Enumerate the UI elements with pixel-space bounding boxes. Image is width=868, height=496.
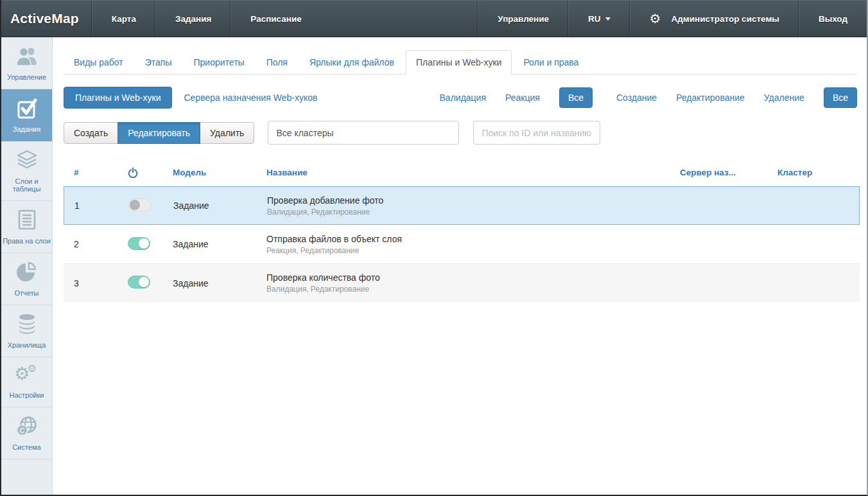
- settings-tabs: Виды работ Этапы Приоритеты Поля Ярлыки …: [64, 50, 857, 75]
- users-icon: [15, 44, 39, 67]
- row-toggle-cell: [116, 199, 168, 213]
- svg-text:C: C: [19, 427, 24, 434]
- toggle-knob: [139, 238, 149, 249]
- sidebar-item-reports[interactable]: Отчеты: [1, 253, 52, 305]
- header-model: Модель: [168, 168, 261, 177]
- row-number: 2: [64, 239, 115, 249]
- row-number: 3: [64, 278, 115, 288]
- plugin-name: Отправка файлов в объект слоя: [266, 234, 670, 244]
- gear-icon[interactable]: ⚙: [650, 12, 661, 25]
- enabled-toggle[interactable]: [128, 276, 150, 288]
- tab-plugins-webhooks[interactable]: Плагины и Web-хуки: [406, 50, 512, 75]
- plugins-webhooks-button[interactable]: Плагины и Web-хуки: [64, 87, 172, 109]
- webhook-servers-link[interactable]: Сервера назначения Web-хуков: [184, 93, 317, 103]
- header-cluster: Кластер: [772, 168, 860, 177]
- settings-gears-icon: ⚙⚙: [14, 364, 39, 387]
- table-header-row: # Модель Название Сервер наз... Кластер: [64, 158, 860, 186]
- filters: Валидация Реакция Все Создание Редактиро…: [421, 87, 857, 108]
- sidebar-item-tasks[interactable]: Задания: [1, 89, 52, 141]
- tab-file-labels[interactable]: Ярлыки для файлов: [299, 50, 404, 75]
- filter-all-type-button[interactable]: Все: [559, 87, 593, 108]
- logout-button[interactable]: Выход: [799, 1, 867, 37]
- filter-validation[interactable]: Валидация: [440, 93, 487, 103]
- topbar-spacer: [321, 1, 478, 37]
- sidebar-item-label: Отчеты: [3, 289, 51, 297]
- row-name-cell: Проверка добавление фото Валидация, Реда…: [262, 195, 674, 217]
- main-content: Виды работ Этапы Приоритеты Поля Ярлыки …: [53, 37, 867, 495]
- create-button[interactable]: Создать: [64, 122, 118, 144]
- sidebar-item-layers[interactable]: Слои и таблицы: [1, 141, 52, 201]
- filter-edit[interactable]: Редактирование: [676, 93, 745, 103]
- header-server: Сервер наз...: [675, 168, 772, 177]
- sidebar-item-settings[interactable]: ⚙⚙ Настройки: [1, 357, 52, 407]
- tab-fields[interactable]: Поля: [256, 50, 298, 75]
- row-toggle-cell: [115, 276, 168, 290]
- topnav-tasks[interactable]: Задания: [155, 1, 230, 37]
- sidebar: Управление Задания Слои и таблицы: [1, 37, 53, 495]
- sidebar-item-system[interactable]: C Система: [1, 407, 52, 459]
- toggle-knob: [139, 277, 149, 287]
- layers-icon: [16, 148, 38, 172]
- row-name-cell: Проверка количества фото Валидация, Реда…: [261, 272, 675, 294]
- app-logo: ActiveMap: [1, 1, 92, 37]
- sidebar-item-label: Система: [3, 443, 51, 451]
- toggle-knob: [130, 200, 140, 210]
- search-input[interactable]: [473, 121, 600, 145]
- enabled-toggle[interactable]: [128, 237, 150, 250]
- sidebar-item-label: Хранилища: [3, 341, 51, 349]
- row-name-cell: Отправка файлов в объект слоя Реакция, Р…: [261, 234, 675, 255]
- language-label: RU: [588, 14, 601, 24]
- tab-roles-permissions[interactable]: Роли и права: [513, 50, 589, 75]
- topnav-schedule[interactable]: Расписание: [230, 1, 320, 37]
- tab-work-types[interactable]: Виды работ: [64, 50, 134, 75]
- table-row[interactable]: 3 Задание Проверка количества фото Валид…: [64, 263, 860, 302]
- user-name: Администратор системы: [672, 14, 779, 24]
- storage-database-icon: [17, 312, 37, 335]
- plugin-name: Проверка добавление фото: [267, 195, 669, 206]
- topbar: ActiveMap Карта Задания Расписание Управ…: [1, 0, 867, 37]
- plugin-tags: Валидация, Редактирование: [266, 285, 670, 294]
- language-dropdown[interactable]: RU: [568, 1, 630, 37]
- row-model: Задание: [168, 278, 261, 288]
- plugins-table: # Модель Название Сервер наз... Кластер …: [64, 158, 860, 302]
- sidebar-item-label: Настройки: [3, 391, 51, 399]
- filter-reaction[interactable]: Реакция: [505, 93, 540, 103]
- sidebar-item-label: Задания: [3, 125, 51, 133]
- sidebar-item-management[interactable]: Управление: [1, 37, 52, 89]
- row-toggle-cell: [115, 237, 168, 252]
- sidebar-item-label: Права на слои: [3, 237, 51, 245]
- chevron-down-icon: [605, 17, 611, 21]
- header-name: Название: [261, 168, 675, 177]
- table-row[interactable]: 2 Задание Отправка файлов в объект слоя …: [64, 225, 860, 263]
- topnav-management[interactable]: Управление: [478, 1, 568, 37]
- crud-button-group: Создать Редактировать Удалить: [64, 122, 254, 144]
- filter-delete[interactable]: Удаление: [764, 93, 804, 103]
- tab-stages[interactable]: Этапы: [135, 50, 182, 75]
- delete-button[interactable]: Удалить: [200, 122, 254, 144]
- topnav-map[interactable]: Карта: [92, 1, 155, 37]
- sidebar-item-layer-permissions[interactable]: Права на слои: [1, 201, 52, 253]
- layer-permissions-icon: [17, 208, 37, 231]
- enabled-toggle[interactable]: [128, 199, 151, 211]
- toolbar: Создать Редактировать Удалить: [64, 121, 857, 145]
- sidebar-item-label: Слои и таблицы: [3, 177, 51, 193]
- table-row[interactable]: 1 Задание Проверка добавление фото Валид…: [64, 186, 860, 225]
- sidebar-item-label: Управление: [3, 73, 51, 81]
- tab-priorities[interactable]: Приоритеты: [184, 50, 255, 75]
- row-number: 1: [64, 200, 116, 211]
- row-model: Задание: [168, 239, 261, 249]
- filter-all-action-button[interactable]: Все: [824, 87, 857, 108]
- user-menu[interactable]: ⚙ Администратор системы: [630, 1, 799, 37]
- plugin-tags: Реакция, Редактирование: [266, 246, 670, 255]
- sidebar-item-storage[interactable]: Хранилища: [1, 305, 52, 357]
- plugins-subnav: Плагины и Web-хуки Сервера назначения We…: [64, 87, 857, 109]
- edit-button[interactable]: Редактировать: [117, 122, 200, 144]
- plugin-name: Проверка количества фото: [266, 272, 670, 283]
- cluster-select-input[interactable]: [268, 121, 459, 145]
- plugin-tags: Валидация, Редактирование: [267, 208, 669, 217]
- tasks-icon: [16, 96, 38, 120]
- header-number: #: [64, 168, 115, 177]
- filter-create[interactable]: Создание: [616, 93, 657, 103]
- power-icon: [115, 167, 168, 178]
- reports-pie-icon: [16, 260, 38, 283]
